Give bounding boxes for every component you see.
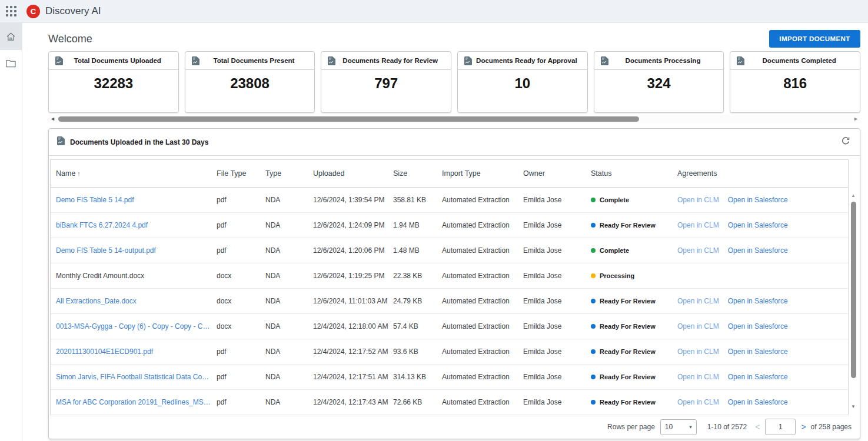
uploaded-cell: 12/6/2024, 11:01:03 AM (313, 297, 393, 305)
doc-name-link[interactable]: MSA for ABC Corporation 20191_Redlines_M… (56, 398, 217, 406)
doc-name-link[interactable]: 2020111300104E1ECD901.pdf (56, 348, 217, 356)
open-in-salesforce-link[interactable]: Open in Salesforce (728, 322, 788, 330)
open-in-clm-link[interactable]: Open in CLM (677, 246, 719, 255)
open-in-salesforce-link[interactable]: Open in Salesforce (728, 246, 788, 255)
column-header[interactable]: Agreements (677, 169, 848, 178)
previous-page-button[interactable]: < (755, 422, 760, 432)
stat-card-header: Documents Ready for Approval (458, 52, 587, 70)
open-in-salesforce-link[interactable]: Open in Salesforce (728, 221, 788, 229)
open-in-salesforce-link[interactable]: Open in Salesforce (728, 196, 788, 204)
horizontal-scrollbar-thumb[interactable] (58, 116, 639, 122)
status-badge: Ready For Review (600, 399, 656, 406)
doc-name-link[interactable]: All Extractions_Date.docx (56, 297, 217, 305)
column-header[interactable]: File Type (217, 169, 265, 178)
stat-card-value: 816 (730, 75, 860, 92)
status-dot-icon (591, 349, 596, 354)
stat-card-header: Total Documents Present (185, 52, 315, 70)
table-row: 0013-MSA-Gygga - Copy (6) - Copy - Copy … (51, 314, 848, 339)
scroll-up-icon[interactable]: ▲ (849, 193, 858, 198)
open-in-clm-link[interactable]: Open in CLM (677, 373, 719, 381)
vertical-scrollbar-thumb[interactable] (851, 202, 856, 378)
document-stat-icon (601, 56, 608, 68)
table-header-row: Name↑ File Type Type Uploaded Size Impor… (51, 160, 848, 188)
next-page-button[interactable]: > (801, 422, 806, 432)
status-badge: Ready For Review (600, 348, 656, 355)
sidebar-item-documents[interactable] (0, 50, 22, 77)
documents-section-title: Documents Uploaded in the Last 30 Days (70, 138, 208, 146)
uploaded-cell: 12/4/2024, 12:17:43 AM (313, 398, 393, 406)
type-cell: NDA (265, 272, 313, 280)
import-document-button[interactable]: IMPORT DOCUMENT (769, 30, 860, 48)
app-title: Discovery AI (45, 5, 101, 17)
file-type-cell: pdf (217, 196, 265, 204)
refresh-button[interactable] (840, 135, 852, 149)
open-in-clm-link[interactable]: Open in CLM (677, 322, 719, 330)
column-header[interactable]: Size (393, 169, 442, 178)
open-in-clm-link[interactable]: Open in CLM (677, 398, 719, 406)
file-type-cell: pdf (217, 373, 265, 381)
doc-name-link[interactable]: Simon Jarvis, FIFA Football Statistical … (56, 373, 217, 381)
status-cell: Ready For Review (591, 298, 677, 305)
column-header[interactable]: Type (265, 169, 313, 178)
horizontal-scrollbar[interactable]: ◄ ► (48, 115, 860, 123)
type-cell: NDA (265, 297, 313, 305)
open-in-clm-link[interactable]: Open in CLM (677, 297, 719, 305)
sidebar-item-home[interactable] (0, 23, 22, 50)
document-stat-icon (464, 56, 472, 68)
column-header[interactable]: Name↑ (56, 169, 217, 178)
open-in-clm-link[interactable]: Open in CLM (677, 348, 719, 356)
document-stat-icon (328, 56, 335, 68)
vertical-scrollbar[interactable]: ▲ ▼ (849, 159, 858, 415)
open-in-salesforce-link[interactable]: Open in Salesforce (728, 348, 788, 356)
stat-card-header: Documents Processing (594, 52, 724, 70)
table-row: Demo FIS Table 5 14.pdf pdf NDA 12/6/202… (51, 188, 848, 213)
scroll-left-icon[interactable]: ◄ (50, 115, 55, 123)
open-in-salesforce-link[interactable]: Open in Salesforce (728, 373, 788, 381)
status-dot-icon (591, 400, 596, 405)
size-cell: 22.38 KB (393, 272, 442, 280)
table-row: MSA for ABC Corporation 20191_Redlines_M… (51, 390, 848, 415)
status-cell: Complete (591, 196, 677, 203)
scroll-right-icon[interactable]: ► (853, 115, 859, 123)
size-cell: 57.4 KB (393, 322, 442, 330)
column-header[interactable]: Uploaded (313, 169, 393, 178)
owner-cell: Emilda Jose (523, 398, 591, 406)
status-dot-icon (591, 223, 596, 228)
status-cell: Processing (591, 272, 677, 279)
file-type-cell: pdf (217, 398, 265, 406)
column-header[interactable]: Status (591, 169, 677, 178)
column-header[interactable]: Import Type (442, 169, 523, 178)
app-window: C Discovery AI Welcome IMPORT DOCUMENT (0, 0, 868, 441)
size-cell: 93.6 KB (393, 348, 442, 356)
stat-card-value: 23808 (185, 75, 315, 92)
agreements-cell: Open in CLMOpen in Salesforce (677, 322, 848, 330)
file-type-cell: docx (217, 272, 265, 280)
doc-name-link[interactable]: Demo FIS Table 5 14-output.pdf (56, 246, 217, 255)
document-stat-icon (737, 56, 744, 68)
status-dot-icon (591, 324, 596, 329)
documents-section-header: Documents Uploaded in the Last 30 Days (49, 129, 860, 156)
rows-per-page-select[interactable]: 10 ▾ (660, 419, 697, 435)
open-in-salesforce-link[interactable]: Open in Salesforce (728, 297, 788, 305)
doc-name-link[interactable]: biBank FTCs 6.27.2024 4.pdf (56, 221, 217, 229)
type-cell: NDA (265, 373, 313, 381)
stat-card-label: Total Documents Present (205, 57, 295, 64)
waffle-grid-icon (6, 6, 16, 16)
column-header[interactable]: Owner (523, 169, 591, 178)
scroll-down-icon[interactable]: ▼ (849, 404, 858, 409)
page-number-input[interactable] (765, 419, 796, 435)
app-launcher-icon[interactable] (0, 6, 22, 16)
stat-card-label: Documents Processing (617, 57, 701, 64)
uploaded-cell: 12/4/2024, 12:18:00 AM (313, 322, 393, 330)
open-in-clm-link[interactable]: Open in CLM (677, 196, 719, 204)
pagination-bar: Rows per page 10 ▾ 1-10 of 2572 < > of 2… (49, 415, 860, 439)
doc-name-link[interactable]: 0013-MSA-Gygga - Copy (6) - Copy - Copy … (56, 322, 217, 330)
open-in-salesforce-link[interactable]: Open in Salesforce (728, 398, 788, 406)
doc-name-link[interactable]: Demo FIS Table 5 14.pdf (56, 196, 217, 204)
size-cell: 1.94 MB (393, 221, 442, 229)
agreements-cell: Open in CLMOpen in Salesforce (677, 398, 848, 406)
rows-per-page-label: Rows per page (607, 423, 655, 431)
stat-card-label: Documents Completed (754, 57, 836, 64)
open-in-clm-link[interactable]: Open in CLM (677, 221, 719, 229)
status-cell: Ready For Review (591, 222, 677, 229)
